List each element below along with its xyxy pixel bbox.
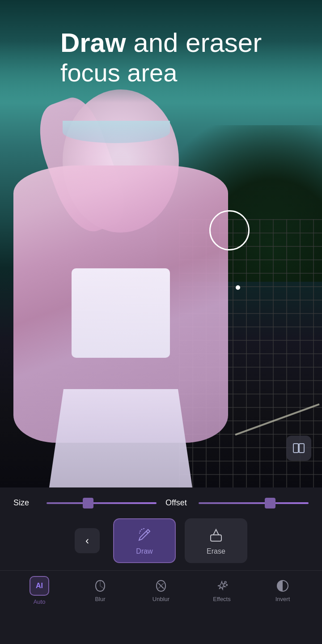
bottom-panel: Size Offset ‹ Draw (0, 487, 322, 644)
nav-label-invert: Invert (275, 596, 290, 602)
title-line2-text: focus area (60, 59, 178, 87)
draw-tool-button[interactable]: Draw (113, 518, 176, 563)
subject-person (13, 76, 246, 487)
nav-item-effects[interactable]: Effects (204, 579, 240, 602)
page-title: Draw and eraser focus area (60, 28, 262, 88)
erase-icon (207, 526, 225, 544)
size-slider-thumb[interactable] (83, 498, 93, 508)
draw-cursor-circle (209, 210, 250, 250)
offset-label: Offset (165, 498, 192, 508)
svg-rect-3 (211, 535, 221, 541)
invert-icon (275, 579, 290, 593)
draw-icon (136, 526, 153, 544)
nav-label-blur: Blur (95, 596, 105, 602)
size-slider-group: Size (13, 498, 157, 508)
svg-point-6 (225, 581, 226, 583)
nav-label-auto: Auto (34, 598, 46, 605)
unblur-icon (154, 579, 168, 593)
person-top (72, 268, 170, 358)
erase-tool-label: Erase (207, 547, 225, 555)
offset-slider-thumb[interactable] (265, 498, 275, 508)
back-arrow-icon: ‹ (85, 534, 89, 547)
draw-cursor-dot (236, 285, 240, 290)
svg-rect-1 (299, 444, 304, 453)
erase-tool-button[interactable]: Erase (185, 518, 247, 563)
svg-point-7 (226, 585, 228, 586)
header: Draw and eraser focus area (0, 0, 322, 103)
compare-button[interactable] (286, 436, 311, 461)
nav-label-unblur: Unblur (153, 596, 169, 602)
size-label: Size (13, 498, 40, 508)
blur-icon (93, 579, 107, 593)
sliders-section: Size Offset (0, 487, 322, 515)
nav-item-unblur[interactable]: Unblur (143, 579, 179, 602)
person-skirt (49, 389, 192, 487)
nav-item-invert[interactable]: Invert (265, 579, 301, 602)
size-slider-track[interactable] (47, 502, 157, 504)
nav-item-blur[interactable]: Blur (82, 579, 118, 602)
ai-badge-icon: AI (30, 576, 49, 596)
title-bold-text: Draw (60, 28, 126, 58)
compare-icon (292, 442, 305, 454)
offset-slider-group: Offset (165, 498, 309, 508)
nav-label-effects: Effects (213, 596, 231, 602)
nav-item-auto[interactable]: AI Auto (21, 576, 57, 605)
back-button[interactable]: ‹ (75, 528, 100, 553)
svg-rect-0 (293, 444, 298, 453)
offset-slider-track[interactable] (199, 502, 309, 504)
tool-buttons-section: ‹ Draw Erase (0, 515, 322, 570)
effects-icon (215, 579, 229, 593)
bottom-nav: AI Auto Blur Unblur (0, 570, 322, 612)
draw-tool-label: Draw (136, 547, 153, 555)
person-cap (63, 121, 170, 143)
title-normal-text: and eraser (126, 28, 262, 58)
